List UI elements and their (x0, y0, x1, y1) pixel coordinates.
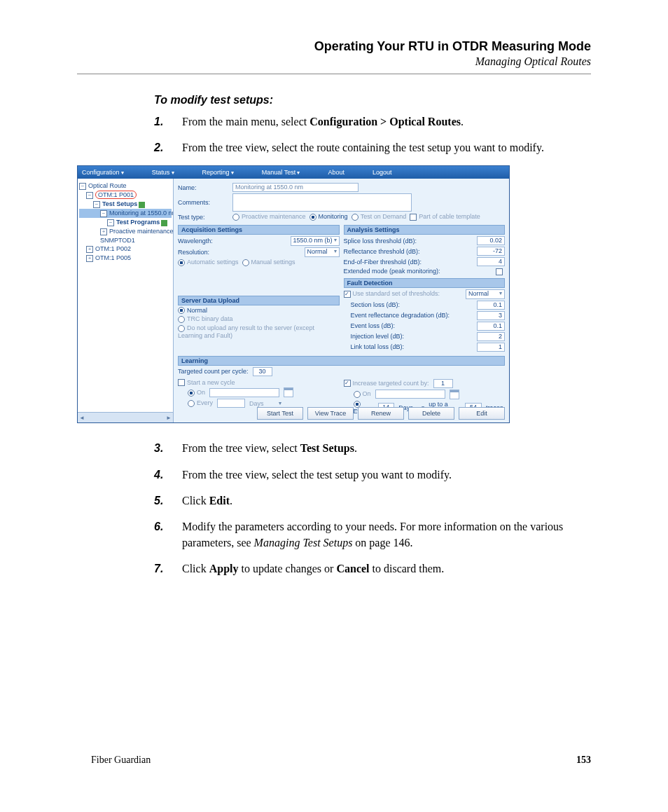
analysis-header: Analysis Settings (344, 225, 506, 235)
edit-button[interactable]: Edit (459, 407, 505, 420)
extended-mode-check[interactable] (496, 268, 505, 275)
increase-count-value[interactable]: 1 (433, 379, 453, 388)
delete-button[interactable]: Delete (408, 407, 454, 420)
menu-reporting[interactable]: Reporting (202, 169, 234, 176)
tree-test-setups[interactable]: −Test Setups (79, 200, 172, 209)
step-1: 1. From the main menu, select Configurat… (154, 113, 591, 130)
targeted-count-value[interactable]: 30 (253, 367, 272, 376)
footer-product: Fiber Guardian (91, 755, 151, 766)
form-panel: Name:Monitoring at 1550.0 nm Comments: T… (174, 179, 509, 422)
reflectance-label: Reflectance threshold (dB): (344, 248, 420, 255)
eof-label: End-of-Fiber threshold (dB): (344, 259, 422, 266)
section-loss-value[interactable]: 0.1 (477, 301, 505, 310)
step-1-text: From the main menu, select (182, 116, 309, 128)
section-title: Operating Your RTU in OTDR Measuring Mod… (154, 39, 591, 54)
calendar-icon[interactable] (450, 390, 459, 399)
comments-input[interactable] (232, 193, 412, 212)
fault-detection-header: Fault Detection (344, 278, 506, 288)
radio-manual-settings[interactable]: Manual settings (242, 259, 295, 266)
increase-count-check[interactable]: Increase targeted count by: (344, 380, 429, 387)
on-date-left[interactable] (209, 388, 279, 397)
name-label: Name: (178, 184, 232, 191)
menu-configuration[interactable]: Configuration (82, 169, 124, 176)
step-5: 5. Click Edit. (154, 493, 591, 509)
acquisition-header: Acquisition Settings (178, 225, 340, 235)
highlight-circle: OTM:1 P001 (95, 191, 137, 199)
test-type-label: Test type: (178, 214, 232, 221)
tree-otm1-p002[interactable]: +OTM:1 P002 (79, 245, 172, 254)
task-title: To modify test setups: (154, 94, 591, 106)
app-screenshot: Configuration Status Reporting Manual Te… (77, 165, 510, 423)
start-test-button[interactable]: Start Test (257, 407, 303, 420)
menu-bar: Configuration Status Reporting Manual Te… (78, 166, 509, 179)
menu-manual-test[interactable]: Manual Test (262, 169, 300, 176)
view-trace-button[interactable]: View Trace (307, 407, 354, 420)
step-2-text: From the tree view, select the route con… (182, 142, 544, 153)
std-thresholds-select[interactable]: Normal (466, 289, 505, 299)
calendar-icon[interactable] (284, 387, 293, 397)
tree-otm1-p005[interactable]: +OTM:1 P005 (79, 254, 172, 263)
step-7-apply: Apply (209, 563, 239, 574)
radio-monitoring[interactable]: Monitoring (309, 213, 348, 221)
event-loss-label: Event loss (dB): (344, 322, 396, 329)
tree-scrollbar[interactable]: ◄► (78, 412, 173, 422)
radio-test-on-demand[interactable]: Test on Demand (352, 213, 407, 221)
menu-logout[interactable]: Logout (373, 169, 392, 176)
step-2: 2. From the tree view, select the route … (154, 139, 591, 156)
footer-page: 153 (576, 755, 591, 766)
radio-sdu-normal[interactable]: Normal (178, 307, 207, 315)
tree-snmptod1[interactable]: SNMPTOD1 (79, 236, 172, 245)
start-new-cycle-check[interactable]: Start a new cycle (178, 379, 235, 387)
radio-sdu-trc[interactable]: TRC binary data (178, 315, 233, 323)
menu-status[interactable]: Status (152, 169, 174, 176)
name-input[interactable]: Monitoring at 1550.0 nm (232, 183, 359, 192)
step-7-cancel: Cancel (336, 563, 369, 574)
server-upload-header: Server Data Upload (178, 296, 340, 305)
erd-label: Event reflectance degradation (dB): (344, 312, 450, 319)
step-5-bold: Edit (209, 495, 230, 507)
wavelength-select[interactable]: 1550.0 nm (b) (291, 236, 340, 246)
tree-monitoring-1550[interactable]: −Monitoring at 1550.0 nm (79, 209, 172, 218)
on-date-right[interactable] (375, 390, 445, 399)
radio-on-left[interactable]: On (188, 389, 205, 397)
injection-value[interactable]: 2 (477, 332, 505, 341)
step-6-ref: Managing Test Setups (254, 537, 356, 549)
resolution-select[interactable]: Normal (305, 247, 340, 257)
add-icon[interactable] (139, 202, 145, 208)
event-loss-value[interactable]: 0.1 (477, 322, 505, 331)
step-6: 6. Modify the parameters according to yo… (154, 518, 591, 551)
tree-proactive[interactable]: +Proactive maintenance at (79, 227, 172, 236)
link-total-value[interactable]: 1 (477, 343, 505, 352)
learning-header: Learning (178, 356, 505, 366)
radio-every-left[interactable]: Every (188, 399, 213, 407)
std-thresholds-check[interactable]: Use standard set of thresholds: (344, 290, 440, 298)
eof-value[interactable]: 4 (477, 257, 505, 266)
splice-value[interactable]: 0.02 (477, 236, 505, 245)
renew-button[interactable]: Renew (358, 407, 404, 420)
splice-label: Splice loss threshold (dB): (344, 238, 417, 245)
reflectance-value[interactable]: -72 (477, 247, 505, 256)
every-value-left[interactable] (217, 399, 245, 408)
every-unit-left[interactable]: Days (249, 400, 281, 407)
tree-view[interactable]: −Optical Route −OTM:1 P001 −Test Setups … (78, 179, 174, 422)
tree-otm1-p001[interactable]: −OTM:1 P001 (79, 191, 172, 200)
tree-test-programs[interactable]: −Test Programs (79, 218, 172, 227)
step-1-path: Configuration > Optical Routes (309, 116, 461, 128)
add-icon[interactable] (161, 220, 167, 226)
step-4: 4. From the tree view, select the test s… (154, 467, 591, 483)
radio-proactive[interactable]: Proactive maintenance (232, 213, 306, 221)
menu-about[interactable]: About (328, 169, 345, 176)
erd-value[interactable]: 3 (477, 311, 505, 320)
header-rule (77, 74, 591, 74)
injection-label: Injection level (dB): (344, 333, 405, 340)
section-loss-label: Section loss (dB): (344, 301, 401, 308)
radio-sdu-none[interactable]: Do not upload any result to the server (… (178, 324, 340, 339)
step-3: 3. From the tree view, select Test Setup… (154, 440, 591, 456)
radio-on-right[interactable]: On (354, 390, 371, 398)
check-cable-template[interactable]: Part of cable template (410, 213, 480, 221)
tree-root[interactable]: −Optical Route (79, 181, 172, 191)
radio-auto-settings[interactable]: Automatic settings (178, 259, 239, 266)
resolution-label: Resolution: (178, 249, 209, 256)
wavelength-label: Wavelength: (178, 238, 213, 245)
extended-mode-label: Extended mode (peak monitoring): (344, 268, 440, 275)
